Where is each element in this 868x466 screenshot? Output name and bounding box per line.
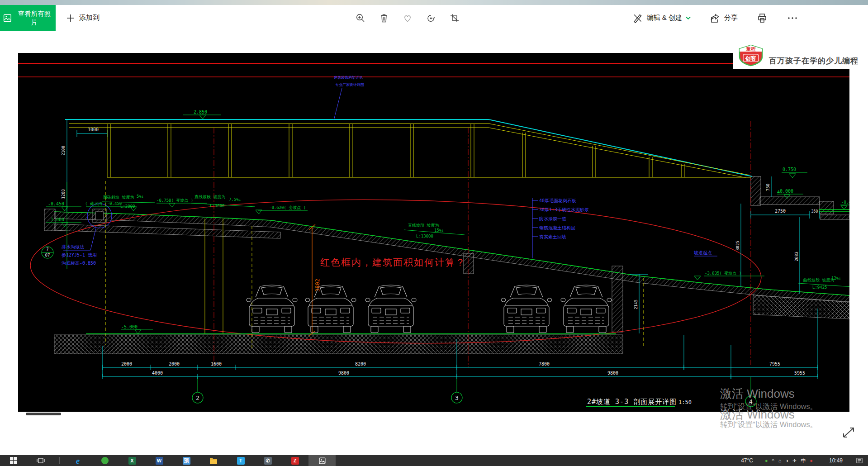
cad-label: 7 (46, 247, 48, 252)
car-outline (365, 285, 416, 333)
taskbar-edge[interactable]: e (64, 455, 91, 466)
taskbar-tray-area: 47°C ●^⌂◑✈中● 10:49 (741, 455, 868, 466)
tray-icon[interactable]: ● (810, 458, 813, 463)
cad-line (334, 88, 342, 120)
favorite-button[interactable] (398, 9, 417, 27)
cad-label: 9800 (338, 371, 349, 376)
action-center-icon (855, 456, 863, 465)
taskbar-yu-app[interactable]: 预 (173, 455, 200, 466)
tray-icon[interactable]: ✈ (792, 458, 797, 463)
temperature-indicator[interactable]: 47°C (741, 457, 753, 464)
expand-diagonal-icon (841, 426, 856, 439)
grid-bubble-label: 4 (749, 398, 753, 405)
cad-label: 5%↓ (137, 194, 144, 199)
add-to-label: 添加到 (79, 14, 100, 22)
cad-label: 3025 (735, 241, 740, 251)
cad-label: 参12YJ5-1 选用 (62, 252, 97, 257)
screen: 查看所有照片 添加到 (0, 0, 868, 466)
print-button[interactable] (754, 12, 770, 24)
taskbar-photos[interactable] (308, 455, 336, 466)
edit-create-icon (632, 13, 643, 24)
taskbar-excel[interactable]: X (119, 455, 146, 466)
cad-label: 面砖斜坡 坡度为 (103, 195, 134, 200)
cad-label: L:2000 (120, 204, 135, 209)
cad-label: 2000 (169, 361, 180, 366)
cad-label: L:3600 (210, 204, 225, 208)
cad-label: ±0.000 (777, 189, 793, 194)
desktop-background-strip (0, 0, 868, 5)
cad-label: 750 (766, 184, 770, 191)
taskbar-word[interactable]: W (146, 455, 173, 466)
share-button[interactable]: 分享 (707, 12, 740, 24)
cad-label: 8200 (355, 361, 366, 366)
photos-app-toolbar: 查看所有照片 添加到 (0, 5, 868, 31)
car-outline (247, 285, 297, 333)
cad-label: 建筑装饰构架详见 (334, 76, 363, 80)
taskbar-divider (54, 455, 64, 466)
crop-button[interactable] (446, 9, 464, 27)
cad-label: 曲线坡段 坡度为 (803, 278, 834, 282)
right-garage-wall (612, 266, 623, 332)
cad-label: 7.5%↓ (229, 197, 241, 202)
cad-label: 专业厂家设计详图 (335, 83, 364, 87)
taskbar-clock[interactable]: 10:49 (829, 457, 843, 464)
cad-label: -0.450 (48, 201, 64, 206)
right-slab (760, 197, 820, 204)
zoom-button[interactable] (351, 9, 370, 27)
tray-icon[interactable]: 中 (801, 458, 806, 463)
cad-label: 350 (811, 209, 818, 214)
taskbar-phone-assistant[interactable]: ✆ (254, 455, 281, 466)
tray-icon[interactable]: ⌂ (778, 458, 782, 463)
right-step-block (820, 201, 834, 214)
elevation-triangle (789, 174, 796, 178)
taskbar-zol[interactable]: Z (281, 455, 308, 466)
cad-label: 1000 (88, 127, 99, 132)
cad-label: 7800 (539, 361, 550, 366)
grid-bubble-label: 3 (455, 395, 459, 401)
cad-label: 0.750 (783, 167, 796, 172)
grid-bubble-label: 2 (196, 395, 199, 401)
toolbar-right-tools: 编辑 & 创建 分享 (630, 5, 801, 31)
tray-icon[interactable]: ^ (772, 458, 774, 463)
taskbar-tim[interactable]: T (227, 455, 254, 466)
tray-icon[interactable]: ● (765, 458, 768, 463)
cad-label: -5.000 (121, 324, 138, 329)
cad-label: 2.850 (194, 109, 207, 114)
filmstrip-scrollbar-thumb[interactable] (26, 413, 61, 415)
elevation-triangle (841, 205, 847, 209)
rotate-icon (426, 13, 436, 24)
photo-canvas[interactable]: 2342.850-0.450( 截水沟 )-0.450-1.000-0.750(… (18, 53, 849, 412)
add-to-button[interactable]: 添加到 (60, 5, 106, 31)
taskbar-folder[interactable] (200, 455, 227, 466)
cad-label: 1600 (211, 361, 222, 366)
elevation-triangle (199, 115, 206, 119)
badge-main-label: 创客 (745, 55, 756, 62)
taskbar-task-view[interactable] (27, 455, 54, 466)
delete-button[interactable] (375, 9, 393, 27)
see-more-button[interactable] (784, 12, 801, 24)
view-all-photos-button[interactable]: 查看所有照片 (0, 5, 56, 31)
plus-icon (66, 14, 75, 23)
elevation-triangle (169, 203, 175, 207)
taskbar-apps: eXW预T✆Z (0, 455, 336, 466)
cad-label: 沟底标高-0.850 (62, 261, 96, 266)
cad-label: 3802 (314, 279, 321, 292)
cad-label: -0.750( 变坡点 ) (157, 198, 193, 203)
watermark-text: 百万孩子在学的少儿编程 (769, 56, 868, 66)
tray-icon[interactable]: ◑ (785, 458, 788, 463)
cad-label: 5955 (794, 371, 805, 376)
action-center-button[interactable] (855, 456, 863, 465)
rotate-button[interactable] (422, 9, 440, 27)
drain-pit-inner (95, 212, 104, 220)
edit-create-button[interactable]: 编辑 & 创建 (630, 12, 693, 24)
car-outline (305, 285, 356, 333)
taskbar-browser-360[interactable] (91, 455, 119, 466)
cad-label: 07 (45, 253, 50, 257)
share-icon (710, 13, 721, 24)
fullscreen-expand-button[interactable] (840, 425, 858, 441)
cad-label: 7955 (769, 361, 780, 366)
cad-label: 15%↓ (434, 228, 444, 233)
photo-icon (3, 13, 12, 23)
heart-icon (402, 13, 413, 24)
taskbar-start[interactable] (0, 455, 27, 466)
